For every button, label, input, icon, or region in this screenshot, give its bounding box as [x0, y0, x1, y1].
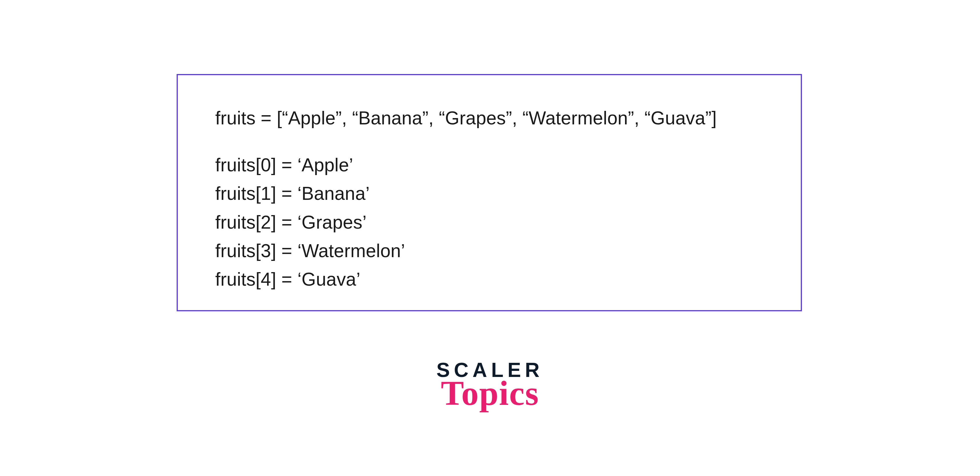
code-index-line: fruits[4] = ‘Guava’ [215, 265, 763, 294]
logo-topics-text: Topics [436, 378, 544, 409]
code-index-line: fruits[1] = ‘Banana’ [215, 179, 763, 208]
code-index-line: fruits[2] = ‘Grapes’ [215, 208, 763, 237]
code-index-line: fruits[0] = ‘Apple’ [215, 151, 763, 179]
document-canvas: fruits = [“Apple”, “Banana”, “Grapes”, “… [0, 0, 980, 476]
code-box: fruits = [“Apple”, “Banana”, “Grapes”, “… [177, 74, 802, 311]
code-index-line: fruits[3] = ‘Watermelon’ [215, 237, 763, 265]
code-declaration-line: fruits = [“Apple”, “Banana”, “Grapes”, “… [215, 104, 763, 132]
scaler-topics-logo: SCALER Topics [436, 360, 544, 409]
blank-line [215, 132, 763, 151]
